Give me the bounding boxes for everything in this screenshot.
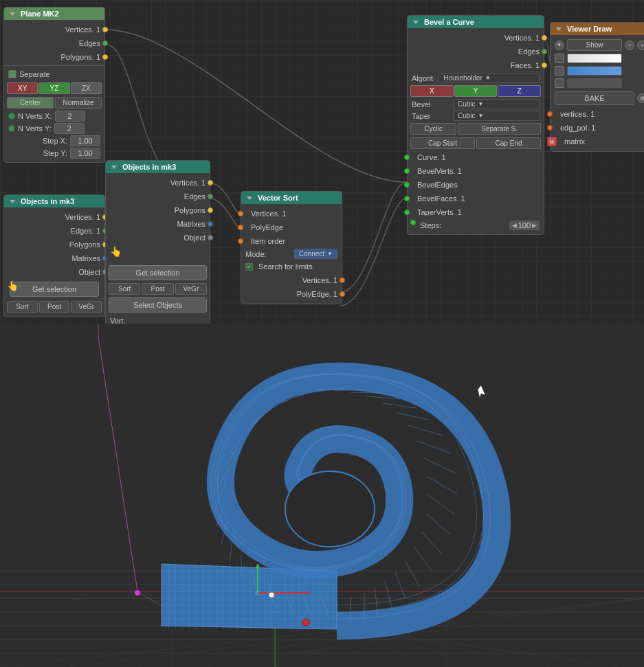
separate-checkbox[interactable] [8,70,16,78]
vd-vert-sock[interactable] [547,111,553,117]
bc-vert-row: Vertices. 1 [408,31,544,45]
post-btn-mid[interactable]: Post [142,283,173,295]
bc-collapse-icon[interactable] [413,21,419,24]
bc-bevel-dropdown[interactable]: Cubic ▼ [453,99,540,109]
bc-vert-sock[interactable] [542,35,547,41]
bc-steps-label: Steps: [420,221,507,229]
collapse-icon[interactable] [10,12,15,16]
obj-mid-label: Object [184,234,206,242]
vd-gear-icon[interactable]: ⚙ [637,93,644,103]
bc-cap-end-btn[interactable]: Cap End [476,137,541,149]
poly-mid-sock[interactable] [208,207,213,213]
3d-viewport[interactable] [0,324,644,667]
select-objects-button[interactable]: Select Objects [109,297,207,313]
bc-cyclic-btn[interactable]: Cyclic [410,123,456,135]
obj-mid-sock[interactable] [208,235,213,240]
get-selection-area: 👆 Get selection [4,279,104,299]
bc-edge-row: Edges [408,45,544,58]
vs-mode-val: Connect [299,250,324,258]
bc-bevelfaces-sock[interactable] [404,196,410,201]
vd-matrix-row: M matrix [551,135,644,148]
axis-buttons-row: XY YZ ZX [4,81,104,95]
bc-x-btn[interactable]: X [410,85,454,97]
vd-matrix-icon[interactable]: M [547,137,557,146]
plane-mk2-body: Vertices. 1 Edges Polygons. 1 Separate X… [4,20,104,162]
mat-mid-sock[interactable] [208,221,213,227]
normalize-button[interactable]: Normalize [55,97,102,109]
collapse-icon-mid[interactable] [111,166,117,169]
bc-faces-sock[interactable] [542,63,547,68]
n-verts-y-val[interactable]: 2 [54,123,85,134]
bc-steps-slider[interactable]: ◀ 100 ▶ [509,221,540,230]
bc-beveledge-sock[interactable] [404,182,410,188]
step-y-val[interactable]: 1.00 [70,148,100,159]
viewer-draw-title: Viewer Draw [567,25,612,33]
bc-algorit-dropdown[interactable]: Householder ▼ [438,73,540,83]
vegr-btn-left[interactable]: VeGr [71,301,102,313]
edges-socket-out[interactable] [102,41,108,46]
vertices-socket-out[interactable] [102,27,108,32]
bc-steps-right-arrow[interactable]: ▶ [532,222,537,229]
bc-y-btn[interactable]: Y [454,85,498,97]
vd-color1-swatch[interactable] [567,54,622,63]
collapse-icon-left[interactable] [10,200,15,203]
vs-itemorder-in-sock[interactable] [238,238,243,244]
vs-polyedge-out-sock[interactable] [340,291,345,297]
get-selection-button-mid[interactable]: Get selection [109,265,207,280]
n-verts-x-val[interactable]: 2 [55,111,85,122]
zx-button[interactable]: ZX [71,82,102,94]
bc-tapervert-sock[interactable] [404,210,410,215]
bc-steps-left-arrow[interactable]: ◀ [512,222,517,229]
vd-eye-icon[interactable]: 👁 [555,41,564,50]
vs-vert-out-sock[interactable] [340,278,345,283]
bevel-curve-title: Bevel a Curve [424,18,474,26]
sort-btn-mid[interactable]: Sort [109,283,140,295]
bc-bevelvert-sock[interactable] [404,168,410,174]
vs-polyedge-in-sock[interactable] [238,225,243,230]
yz-button[interactable]: YZ [38,82,69,94]
bc-taper-dropdown[interactable]: Cubic ▼ [453,111,540,121]
n-verts-x-row: N Verts X: 2 [4,110,104,122]
bc-steps-sock[interactable] [410,220,416,225]
vs-collapse-icon[interactable] [247,196,252,200]
vd-color2-row [551,65,644,77]
poly-mid-label: Polygons [175,206,206,214]
xy-button[interactable]: XY [7,82,38,94]
nverts-x-socket[interactable] [8,113,15,120]
vd-bake-btn[interactable]: BAKE [555,91,634,105]
bc-z-btn[interactable]: Z [498,85,541,97]
sort-btn-left[interactable]: Sort [7,301,38,313]
vegr-btn-mid[interactable]: VeGr [175,283,207,295]
vd-color3-swatch[interactable] [567,78,622,88]
step-y-row: Step Y: 1.00 [4,147,104,159]
post-btn-left[interactable]: Post [39,301,70,313]
sort-buttons-left: Sort Post VeGr [4,299,104,314]
vd-vert-label: vertices. 1 [555,110,595,118]
svg-point-112 [135,590,140,596]
nverts-y-socket[interactable] [8,125,15,132]
step-x-val[interactable]: 1.00 [70,135,100,146]
vs-mode-dropdown[interactable]: Connect ▼ [294,249,337,259]
svg-point-106 [285,471,375,547]
vert-mid-sock[interactable] [208,180,213,185]
get-selection-button-left[interactable]: Get selection [10,282,99,297]
bc-curve-sock[interactable] [404,155,410,160]
vd-collapse-icon[interactable] [556,27,562,31]
n-verts-x-label: N Verts X: [18,112,52,120]
vd-edgpol-sock[interactable] [547,125,553,131]
vd-color2-swatch[interactable] [567,66,622,76]
edge-mid-sock[interactable] [208,194,213,199]
bc-cap-start-btn[interactable]: Cap Start [410,137,475,149]
vs-vert-in-sock[interactable] [238,211,243,216]
center-button[interactable]: Center [7,97,54,109]
polygons-socket-out[interactable] [102,54,108,60]
bc-edge-sock[interactable] [542,49,547,54]
search-limits-checkbox[interactable]: ✓ [245,263,253,271]
mat-mid-row: Matrixes [106,217,210,231]
vert-mid-row: Vertices. 1 [106,176,210,190]
vd-show-btn[interactable]: Show [567,39,622,51]
vd-color3-icon [555,78,564,88]
sort-buttons-mid: Sort Post VeGr [106,282,210,296]
bc-separate-btn[interactable]: Separate S. [458,123,541,135]
vd-color1-row [551,52,644,65]
